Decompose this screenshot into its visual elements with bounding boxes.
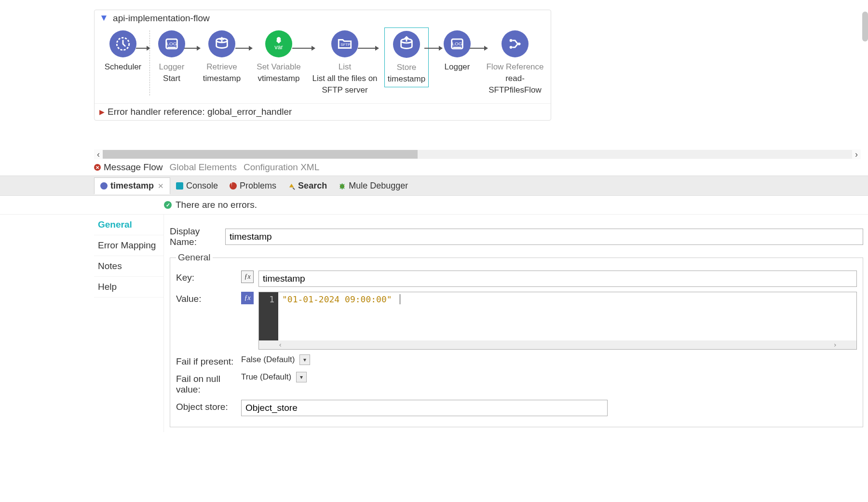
error-handler-section[interactable]: ▶ Error handler reference: global_error_… — [95, 103, 551, 120]
key-label: Key: — [176, 271, 241, 283]
fx-toggle-value[interactable]: ƒx — [241, 292, 254, 304]
side-item-help[interactable]: Help — [94, 277, 163, 298]
problems-icon: ! — [230, 182, 237, 190]
scroll-left-button[interactable]: ‹ — [94, 149, 103, 160]
svg-text:LOG: LOG — [167, 41, 177, 46]
key-input[interactable] — [258, 271, 857, 287]
fx-toggle-key[interactable]: ƒx — [241, 271, 254, 283]
tab-timestamp[interactable]: timestamp ✕ — [94, 177, 170, 194]
console-icon — [176, 182, 183, 190]
chevron-down-icon: ▾ — [296, 372, 307, 382]
fail-if-present-label: Fail if present: — [176, 354, 241, 367]
ok-check-icon: ✓ — [164, 201, 172, 209]
set-variable-icon: var — [265, 30, 292, 57]
tab-message-flow[interactable]: Message Flow — [104, 162, 163, 173]
flow-node-retrieve[interactable]: Retrieve timestamp — [196, 30, 248, 84]
tab-console[interactable]: Console — [170, 178, 224, 194]
search-icon — [288, 182, 295, 190]
display-name-label: Display Name: — [170, 226, 225, 247]
editor-cursor — [400, 294, 406, 304]
flow-node-store[interactable]: Store timestamp — [380, 30, 433, 87]
status-message: There are no errors. — [176, 200, 257, 210]
flow-node-label: Scheduler — [104, 61, 143, 73]
chevron-down-icon: ▾ — [299, 354, 310, 365]
side-item-general[interactable]: General — [94, 215, 163, 235]
flow-node-set-variable[interactable]: var Set Variable vtimestamp — [248, 30, 310, 84]
editor-hscrollbar[interactable]: ‹ › — [259, 340, 856, 349]
tab-search[interactable]: Search — [282, 178, 333, 194]
scroll-thumb[interactable] — [103, 150, 418, 159]
svg-text:var: var — [274, 43, 283, 51]
properties-form: Display Name: General Key: ƒx Value: ƒx … — [164, 215, 868, 432]
object-store-input[interactable] — [241, 400, 608, 416]
tab-label: Search — [298, 181, 327, 191]
scroll-track[interactable] — [103, 150, 852, 159]
tab-problems[interactable]: ! Problems — [224, 178, 282, 194]
close-icon[interactable]: ✕ — [158, 182, 164, 190]
editor-bottom-tabs: ✕ Message Flow Global Elements Configura… — [0, 159, 868, 176]
selected-node-outline: Store timestamp — [384, 27, 429, 87]
value-label: Value: — [176, 292, 241, 304]
bottom-panel-tabs: timestamp ✕ Console ! Problems Search Mu… — [0, 176, 868, 196]
tab-label: Problems — [240, 181, 276, 191]
tab-mule-debugger[interactable]: Mule Debugger — [333, 178, 414, 194]
flow-nodes-row: Scheduler LOG Logger Start — [95, 27, 551, 103]
flow-node-label: Flow Reference read-SFTPfilesFlow — [481, 61, 549, 95]
error-dot-icon: ✕ — [94, 164, 101, 171]
tab-label: Console — [186, 181, 218, 191]
flow-node-label: List List all the files on SFTP server — [310, 61, 380, 95]
flow-node-label: Store timestamp — [387, 62, 426, 85]
scroll-right-button[interactable]: › — [852, 149, 861, 160]
flow-node-scheduler[interactable]: Scheduler — [98, 30, 148, 73]
flow-canvas[interactable]: ▼ api-implementation-flow Scheduler — [0, 0, 868, 159]
svg-point-10 — [510, 39, 513, 42]
fail-on-null-label: Fail on null value: — [176, 372, 241, 395]
flow-node-flow-reference[interactable]: Flow Reference read-SFTPfilesFlow — [481, 30, 549, 95]
flow-node-list[interactable]: SFTP List List all the files on SFTP ser… — [310, 30, 380, 95]
value-expression-editor[interactable]: 1 "01-01-2024 09:00:00" ‹ › — [258, 292, 857, 350]
scroll-left-icon[interactable]: ‹ — [278, 341, 282, 349]
canvas-hscrollbar[interactable]: ‹ › — [94, 149, 861, 159]
select-value: True (Default) — [241, 372, 291, 382]
expand-triangle-icon[interactable]: ▶ — [99, 108, 105, 116]
logger-icon: LOG — [444, 30, 471, 57]
flow-node-label: Logger — [444, 61, 471, 73]
flow-node-logger-end[interactable]: LOG Logger — [433, 30, 481, 73]
scheduler-icon — [109, 30, 136, 57]
svg-text:LOG: LOG — [452, 41, 462, 46]
editor-code-area[interactable]: "01-01-2024 09:00:00" — [278, 292, 856, 340]
properties-panel: General Error Mapping Notes Help Display… — [0, 215, 868, 432]
flow-container[interactable]: ▼ api-implementation-flow Scheduler — [94, 10, 551, 121]
flow-node-label: Set Variable vtimestamp — [256, 61, 301, 84]
flow-reference-icon — [502, 30, 529, 57]
flow-name: api-implementation-flow — [113, 13, 210, 23]
flow-header[interactable]: ▼ api-implementation-flow — [95, 10, 551, 27]
canvas-vscroll-thumb[interactable] — [862, 12, 868, 41]
flow-node-logger-start[interactable]: LOG Logger Start — [148, 30, 196, 84]
error-handler-label: Error handler reference: global_error_ha… — [108, 107, 292, 117]
tab-label: timestamp — [110, 181, 154, 191]
side-item-error-mapping[interactable]: Error Mapping — [94, 235, 163, 256]
svg-text:SFTP: SFTP — [340, 42, 350, 47]
store-icon — [393, 31, 420, 58]
fail-if-present-select[interactable]: False (Default) ▾ — [241, 354, 312, 365]
flow-node-label: Retrieve timestamp — [202, 61, 242, 84]
fail-on-null-select[interactable]: True (Default) ▾ — [241, 372, 309, 382]
store-retrieve-icon — [208, 30, 235, 57]
svg-point-11 — [510, 46, 513, 49]
fieldset-legend: General — [176, 252, 213, 263]
properties-side-nav: General Error Mapping Notes Help — [94, 215, 164, 432]
side-item-notes[interactable]: Notes — [94, 256, 163, 277]
tab-label: Mule Debugger — [349, 181, 408, 191]
display-name-input[interactable] — [225, 229, 863, 245]
debugger-icon — [339, 182, 346, 190]
tab-configuration-xml[interactable]: Configuration XML — [244, 162, 319, 173]
tab-global-elements[interactable]: Global Elements — [170, 162, 237, 173]
scroll-right-icon[interactable]: › — [833, 341, 837, 349]
sftp-list-icon: SFTP — [331, 30, 358, 57]
general-fieldset: General Key: ƒx Value: ƒx 1 "01-01-2024 … — [170, 252, 863, 427]
logger-icon: LOG — [158, 30, 185, 57]
object-store-label: Object store: — [176, 400, 241, 412]
editor-gutter: 1 — [259, 292, 278, 340]
collapse-triangle-icon[interactable]: ▼ — [99, 13, 108, 23]
